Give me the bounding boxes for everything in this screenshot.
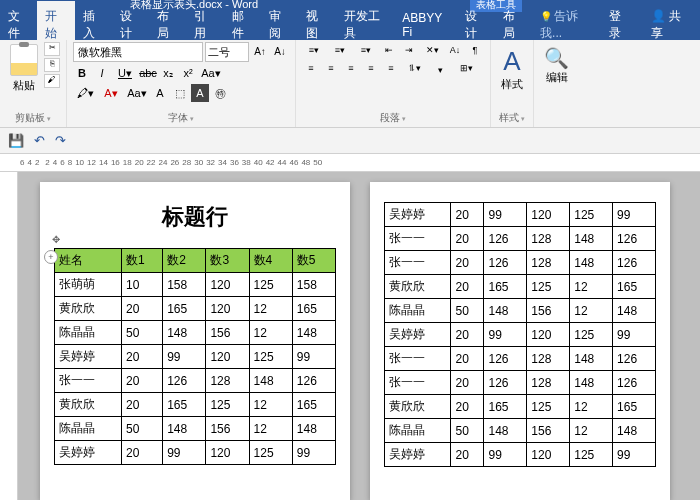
table-2[interactable]: 吴婷婷209912012599张一一20126128148126张一一20126… [384, 202, 656, 467]
align-left-button[interactable]: ≡ [302, 60, 320, 76]
increase-indent-button[interactable]: ⇥ [400, 42, 418, 58]
sort-button[interactable]: A↓ [446, 42, 464, 58]
multilevel-button[interactable]: ≡▾ [354, 42, 378, 58]
asian-layout-button[interactable]: ✕▾ [420, 42, 444, 58]
table-row[interactable]: 陈晶晶5014815612148 [55, 321, 336, 345]
table-row[interactable]: 张一一20126128148126 [385, 347, 656, 371]
page-title: 标题行 [54, 202, 336, 232]
table-header[interactable]: 数1 [121, 249, 162, 273]
table-row[interactable]: 吴婷婷209912012599 [55, 345, 336, 369]
table-row[interactable]: 陈晶晶5014815612148 [385, 419, 656, 443]
bullets-button[interactable]: ≡▾ [302, 42, 326, 58]
group-styles: A 样式 样式 [491, 40, 534, 127]
underline-button[interactable]: U▾ [113, 64, 137, 82]
styles-icon: A [503, 46, 520, 77]
table-row[interactable]: 吴婷婷209912012599 [385, 443, 656, 467]
undo-icon[interactable]: ↶ [34, 133, 45, 148]
borders-button[interactable]: ⊞▾ [454, 60, 478, 76]
text-effects-button[interactable]: Aa▾ [199, 64, 223, 82]
table-row[interactable]: 陈晶晶5014815612148 [385, 299, 656, 323]
paragraph-label[interactable]: 段落 [302, 109, 484, 127]
page-1: 标题行 姓名数1数2数3数4数5 张萌萌10158120125158黄欣欣201… [40, 182, 350, 500]
table-row[interactable]: 黄欣欣2016512512165 [385, 395, 656, 419]
table-row[interactable]: 陈晶晶5014815612148 [55, 417, 336, 441]
font-size-select[interactable] [205, 42, 249, 62]
char-scale-button[interactable]: A [151, 84, 169, 102]
table-row[interactable]: 吴婷婷209912012599 [385, 203, 656, 227]
shading-button[interactable]: ▾ [428, 60, 452, 76]
group-paragraph: ≡▾ ≡▾ ≡▾ ⇤ ⇥ ✕▾ A↓ ¶ ≡ ≡ ≡ ≡ ≡ ⥮▾ ▾ ⊞▾ 段… [296, 40, 491, 127]
table-header[interactable]: 数3 [206, 249, 249, 273]
clipboard-icon [10, 44, 38, 76]
justify-button[interactable]: ≡ [362, 60, 380, 76]
ribbon: 粘贴 ✂ ⎘ 🖌 剪贴板 A↑ A↓ B I U▾ abc x₂ x² Aa▾ [0, 40, 700, 128]
group-editing: 🔍 编辑 [534, 40, 579, 127]
document-area: ✥ + 标题行 姓名数1数2数3数4数5 张萌萌10158120125158黄欣… [0, 172, 700, 500]
font-color-button[interactable]: A▾ [99, 84, 123, 102]
table-row[interactable]: 黄欣欣2016512012165 [55, 297, 336, 321]
distribute-button[interactable]: ≡ [382, 60, 400, 76]
line-spacing-button[interactable]: ⥮▾ [402, 60, 426, 76]
enclose-char-button[interactable]: ㊕ [211, 84, 229, 102]
clipboard-label[interactable]: 剪贴板 [6, 109, 60, 127]
table-row[interactable]: 吴婷婷209912012599 [385, 323, 656, 347]
table-1[interactable]: 姓名数1数2数3数4数5 张萌萌10158120125158黄欣欣2016512… [54, 248, 336, 465]
show-marks-button[interactable]: ¶ [466, 42, 484, 58]
search-icon: 🔍 [544, 46, 569, 70]
decrease-indent-button[interactable]: ⇤ [380, 42, 398, 58]
italic-button[interactable]: I [93, 64, 111, 82]
horizontal-ruler[interactable]: 6422468101214161820222426283032343638404… [0, 154, 700, 172]
quick-access-toolbar: 💾 ↶ ↷ [0, 128, 700, 154]
group-clipboard: 粘贴 ✂ ⎘ 🖌 剪贴板 [0, 40, 67, 127]
grow-font-icon[interactable]: A↑ [251, 42, 269, 62]
save-icon[interactable]: 💾 [8, 133, 24, 148]
find-button[interactable]: 🔍 编辑 [540, 42, 573, 89]
highlight-button[interactable]: 🖍▾ [73, 84, 97, 102]
insert-row-handle-icon[interactable]: + [44, 250, 58, 264]
vertical-ruler[interactable] [0, 172, 18, 500]
table-row[interactable]: 张一一20126128148126 [55, 369, 336, 393]
change-case-button[interactable]: Aa▾ [125, 84, 149, 102]
paste-button[interactable]: 粘贴 [6, 42, 42, 95]
char-shading-button[interactable]: A [191, 84, 209, 102]
cut-icon[interactable]: ✂ [44, 42, 60, 56]
table-row[interactable]: 张一一20126128148126 [385, 251, 656, 275]
table-row[interactable]: 吴婷婷209912012599 [55, 441, 336, 465]
shrink-font-icon[interactable]: A↓ [271, 42, 289, 62]
table-row[interactable]: 张萌萌10158120125158 [55, 273, 336, 297]
table-header[interactable]: 数5 [292, 249, 335, 273]
table-header[interactable]: 数4 [249, 249, 292, 273]
styles-button[interactable]: A 样式 [497, 42, 527, 96]
font-name-select[interactable] [73, 42, 203, 62]
doc-title: 表格显示表头.docx - Word [130, 0, 258, 12]
table-move-handle-icon[interactable]: ✥ [52, 234, 60, 245]
share-button[interactable]: 👤 共享 [643, 1, 694, 49]
strike-button[interactable]: abc [139, 64, 157, 82]
table-row[interactable]: 张一一20126128148126 [385, 227, 656, 251]
format-painter-icon[interactable]: 🖌 [44, 74, 60, 88]
styles-label[interactable]: 样式 [497, 109, 527, 127]
char-border-button[interactable]: ⬚ [171, 84, 189, 102]
ribbon-tabs: 文件 开始 插入 设计 布局 引用 邮件 审阅 视图 开发工具 ABBYY Fi… [0, 10, 700, 40]
table-row[interactable]: 黄欣欣2016512512165 [385, 275, 656, 299]
table-header[interactable]: 数2 [163, 249, 206, 273]
bold-button[interactable]: B [73, 64, 91, 82]
superscript-button[interactable]: x² [179, 64, 197, 82]
numbering-button[interactable]: ≡▾ [328, 42, 352, 58]
table-row[interactable]: 黄欣欣2016512512165 [55, 393, 336, 417]
table-header[interactable]: 姓名 [55, 249, 122, 273]
font-label[interactable]: 字体 [73, 109, 289, 127]
align-center-button[interactable]: ≡ [322, 60, 340, 76]
login-button[interactable]: 登录 [601, 1, 637, 49]
table-row[interactable]: 张一一20126128148126 [385, 371, 656, 395]
group-font: A↑ A↓ B I U▾ abc x₂ x² Aa▾ 🖍▾ A▾ Aa▾ A ⬚… [67, 40, 296, 127]
align-right-button[interactable]: ≡ [342, 60, 360, 76]
copy-icon[interactable]: ⎘ [44, 58, 60, 72]
subscript-button[interactable]: x₂ [159, 64, 177, 82]
page-2: 吴婷婷209912012599张一一20126128148126张一一20126… [370, 182, 670, 500]
redo-icon[interactable]: ↷ [55, 133, 66, 148]
